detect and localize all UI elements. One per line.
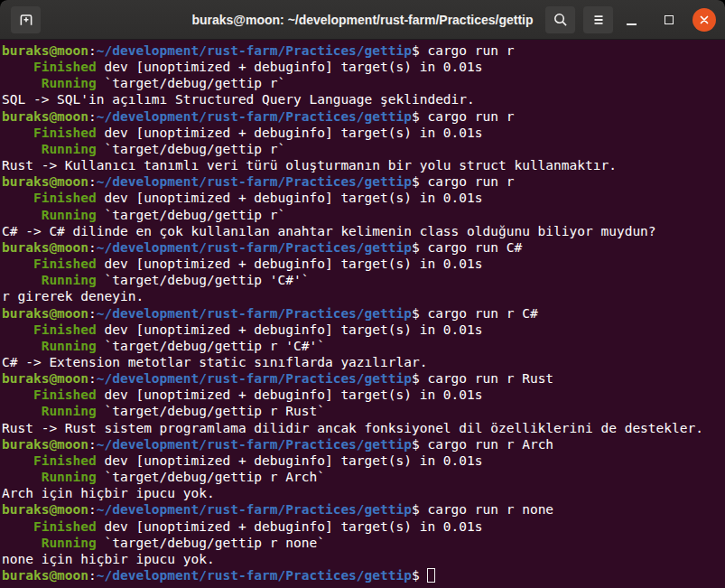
- text-segment: Running: [2, 208, 97, 222]
- prompt-path: ~/development/rust-farm/Practices/gettip: [97, 240, 412, 255]
- search-icon: [553, 12, 569, 28]
- prompt-separator: :: [88, 437, 97, 452]
- text-segment: dev [unoptimized + debuginfo] target(s) …: [97, 257, 483, 271]
- prompt-user: buraks@moon: [2, 437, 88, 452]
- prompt-user: buraks@moon: [2, 502, 88, 517]
- prompt-path: ~/development/rust-farm/Practices/gettip: [97, 568, 412, 583]
- new-tab-button[interactable]: [11, 6, 41, 33]
- text-segment: SQL -> SQL'in açılımı Structured Query L…: [2, 92, 475, 107]
- terminal-line: Rust -> Kullanıcı tanımlı veri türü oluş…: [2, 157, 723, 173]
- text-segment: Finished: [2, 257, 97, 271]
- text-segment: $ cargo run r none: [412, 502, 553, 517]
- terminal-line: Arch için hiçbir ipucu yok.: [2, 485, 723, 501]
- text-segment: $ cargo run r: [412, 174, 515, 189]
- text-segment: Running: [2, 470, 97, 484]
- minimize-icon: [627, 23, 637, 25]
- prompt-path: ~/development/rust-farm/Practices/gettip: [97, 174, 412, 189]
- prompt-separator: :: [88, 240, 97, 255]
- text-segment: Running: [2, 142, 97, 156]
- prompt-path: ~/development/rust-farm/Practices/gettip: [97, 371, 412, 386]
- terminal-line: none için hiçbir ipucu yok.: [2, 551, 723, 567]
- terminal-line: Finished dev [unoptimized + debuginfo] t…: [2, 453, 723, 469]
- menu-icon: [590, 12, 607, 28]
- terminal-line: buraks@moon:~/development/rust-farm/Prac…: [2, 436, 723, 453]
- text-segment: dev [unoptimized + debuginfo] target(s) …: [97, 191, 483, 205]
- terminal-line: buraks@moon:~/development/rust-farm/Prac…: [2, 370, 723, 387]
- text-segment: `target/debug/gettip r Arch`: [97, 470, 325, 484]
- prompt-path: ~/development/rust-farm/Practices/gettip: [97, 109, 412, 124]
- prompt-separator: :: [88, 306, 97, 321]
- text-segment: `target/debug/gettip r Rust`: [97, 404, 325, 418]
- text-segment: `target/debug/gettip r`: [97, 208, 286, 222]
- terminal-line: buraks@moon:~/development/rust-farm/Prac…: [2, 173, 723, 190]
- text-segment: `target/debug/gettip r 'C#'`: [97, 339, 325, 353]
- prompt-separator: :: [88, 502, 97, 517]
- text-segment: `target/debug/gettip r`: [97, 142, 286, 156]
- maximize-button[interactable]: [650, 6, 687, 33]
- text-segment: `target/debug/gettip r none`: [97, 536, 325, 550]
- prompt-path: ~/development/rust-farm/Practices/gettip: [97, 437, 412, 452]
- prompt-separator: :: [88, 174, 97, 189]
- terminal-line: buraks@moon:~/development/rust-farm/Prac…: [2, 305, 723, 322]
- text-segment: Finished: [2, 191, 97, 205]
- text-segment: Finished: [2, 519, 97, 534]
- prompt-user: buraks@moon: [2, 306, 88, 321]
- text-segment: Running: [2, 404, 97, 418]
- text-segment: dev [unoptimized + debuginfo] target(s) …: [97, 453, 483, 468]
- terminal-line: Finished dev [unoptimized + debuginfo] t…: [2, 387, 723, 403]
- search-button[interactable]: [545, 6, 575, 33]
- terminal-line: Running `target/debug/gettip r Arch`: [2, 469, 723, 485]
- prompt-path: ~/development/rust-farm/Practices/gettip: [97, 306, 412, 321]
- text-segment: $ cargo run r Rust: [412, 371, 553, 386]
- terminal-line: Running `target/debug/gettip r Rust`: [2, 403, 723, 419]
- prompt-user: buraks@moon: [2, 174, 88, 189]
- terminal-line: Finished dev [unoptimized + debuginfo] t…: [2, 190, 723, 206]
- terminal-line: Rust -> Rust sistem programlama dilidir …: [2, 420, 723, 436]
- prompt-path: ~/development/rust-farm/Practices/gettip: [97, 43, 412, 58]
- terminal-output[interactable]: buraks@moon:~/development/rust-farm/Prac…: [0, 40, 725, 588]
- text-segment: r girerek deneyin.: [2, 289, 144, 303]
- terminal-line: SQL -> SQL'in açılımı Structured Query L…: [2, 91, 723, 107]
- text-segment: Finished: [2, 387, 97, 402]
- text-segment: Finished: [2, 126, 97, 140]
- text-segment: `target/debug/gettip r`: [97, 76, 286, 90]
- text-segment: $ cargo run r C#: [412, 306, 538, 321]
- terminal-line: Running `target/debug/gettip r none`: [2, 535, 723, 551]
- terminal-line: Finished dev [unoptimized + debuginfo] t…: [2, 256, 723, 272]
- terminal-line: C# -> C# dilinde en çok kullanılan anaht…: [2, 223, 723, 239]
- prompt-user: buraks@moon: [2, 109, 88, 124]
- minimize-button[interactable]: [613, 6, 650, 33]
- close-icon: [699, 14, 710, 25]
- text-segment: $: [412, 568, 427, 583]
- terminal-line: Running `target/debug/gettip r 'C#'`: [2, 338, 723, 354]
- text-segment: dev [unoptimized + debuginfo] target(s) …: [97, 387, 483, 402]
- prompt-user: buraks@moon: [2, 240, 88, 255]
- text-segment: Finished: [2, 453, 97, 468]
- terminal-line: Finished dev [unoptimized + debuginfo] t…: [2, 59, 723, 75]
- close-button[interactable]: [692, 8, 716, 32]
- text-segment: Running: [2, 76, 97, 90]
- terminal-cursor: [427, 568, 435, 583]
- prompt-separator: :: [88, 568, 97, 583]
- menu-button[interactable]: [583, 6, 613, 33]
- prompt-path: ~/development/rust-farm/Practices/gettip: [97, 502, 412, 517]
- text-segment: C# -> C# dilinde en çok kullanılan anaht…: [2, 224, 656, 238]
- text-segment: C# -> Extension metotlar static sınıflar…: [2, 355, 427, 369]
- text-segment: $ cargo run r: [412, 43, 515, 58]
- text-segment: $ cargo run C#: [412, 240, 522, 255]
- terminal-line: buraks@moon:~/development/rust-farm/Prac…: [2, 108, 723, 125]
- terminal-line: buraks@moon:~/development/rust-farm/Prac…: [2, 42, 723, 59]
- text-segment: dev [unoptimized + debuginfo] target(s) …: [97, 519, 483, 534]
- text-segment: Finished: [2, 60, 97, 74]
- text-segment: `target/debug/gettip 'C#'`: [97, 273, 310, 287]
- text-segment: Arch için hiçbir ipucu yok.: [2, 486, 215, 500]
- terminal-line: Running `target/debug/gettip r`: [2, 75, 723, 91]
- titlebar[interactable]: buraks@moon: ~/development/rust-farm/Pra…: [0, 0, 725, 40]
- prompt-user: buraks@moon: [2, 371, 88, 386]
- text-segment: Running: [2, 339, 97, 353]
- terminal-line: Running `target/debug/gettip r`: [2, 141, 723, 157]
- titlebar-controls: [537, 6, 718, 33]
- terminal-line: Running `target/debug/gettip r`: [2, 207, 723, 223]
- prompt-separator: :: [88, 43, 97, 58]
- text-segment: dev [unoptimized + debuginfo] target(s) …: [97, 126, 483, 140]
